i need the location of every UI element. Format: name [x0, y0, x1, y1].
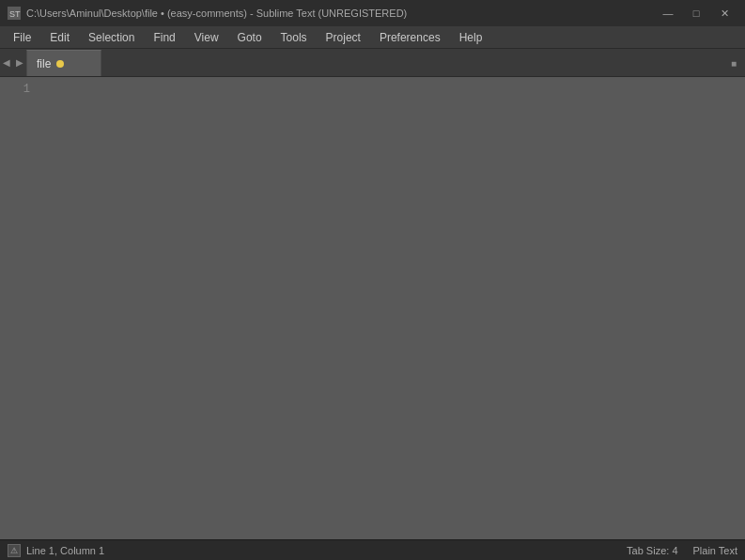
- tab-nav-right-button[interactable]: ▶: [13, 48, 26, 76]
- line-number-1: 1: [23, 81, 30, 98]
- status-left: ⚠ Line 1, Column 1: [8, 544, 623, 557]
- tab-bar: ◀ ▶ file ■: [0, 49, 745, 77]
- tab-nav-left-button[interactable]: ◀: [0, 48, 13, 76]
- close-button[interactable]: ✕: [711, 4, 737, 23]
- warning-icon[interactable]: ⚠: [8, 544, 21, 557]
- menu-bar: File Edit Selection Find View Goto Tools…: [0, 26, 745, 49]
- status-right: Tab Size: 4 Plain Text: [627, 545, 737, 556]
- active-tab[interactable]: file: [26, 50, 101, 76]
- menu-help[interactable]: Help: [450, 27, 492, 48]
- tab-label: file: [37, 57, 51, 70]
- menu-preferences[interactable]: Preferences: [370, 27, 450, 48]
- menu-goto[interactable]: Goto: [228, 27, 272, 48]
- status-bar: ⚠ Line 1, Column 1 Tab Size: 4 Plain Tex…: [0, 539, 745, 560]
- menu-find[interactable]: Find: [144, 27, 184, 48]
- menu-selection[interactable]: Selection: [79, 27, 144, 48]
- window-title: C:\Users\Aminul\Desktop\file • (easy-com…: [26, 8, 649, 19]
- menu-file[interactable]: File: [4, 27, 40, 48]
- svg-text:ST: ST: [9, 9, 21, 19]
- syntax-indicator[interactable]: Plain Text: [693, 545, 738, 556]
- minimize-button[interactable]: —: [655, 4, 681, 23]
- editor-area: 1: [0, 77, 745, 539]
- title-bar: ST C:\Users\Aminul\Desktop\file • (easy-…: [0, 0, 745, 26]
- menu-project[interactable]: Project: [317, 27, 370, 48]
- tab-modified-indicator: [56, 60, 64, 68]
- app-icon: ST: [8, 7, 21, 20]
- tab-size-indicator[interactable]: Tab Size: 4: [627, 545, 677, 556]
- tab-right-icon[interactable]: ■: [724, 50, 743, 76]
- menu-edit[interactable]: Edit: [40, 27, 79, 48]
- editor-content[interactable]: [38, 77, 745, 539]
- menu-view[interactable]: View: [185, 27, 228, 48]
- menu-tools[interactable]: Tools: [272, 27, 317, 48]
- window-controls: — □ ✕: [655, 4, 737, 23]
- maximize-button[interactable]: □: [683, 4, 709, 23]
- cursor-position: Line 1, Column 1: [26, 545, 104, 556]
- line-numbers: 1: [0, 77, 38, 539]
